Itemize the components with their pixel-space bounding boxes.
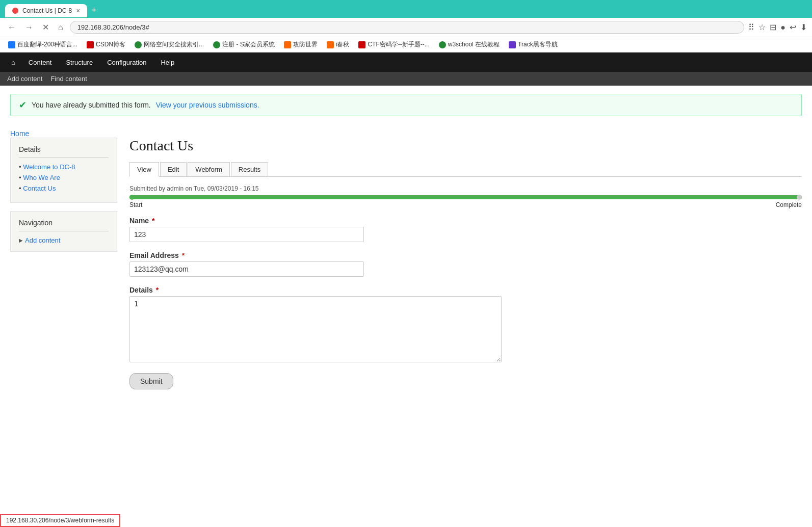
tab-favicon: [12, 8, 18, 14]
extensions-icon: ⠿: [748, 22, 754, 32]
bookmark-w3school[interactable]: w3school 在线教程: [436, 39, 503, 50]
sidebar-navigation-title: Navigation: [19, 219, 109, 231]
web-icon: [135, 41, 142, 48]
sidebar-navigation-block: Navigation Add content: [10, 211, 117, 252]
progress-start-label: Start: [129, 201, 142, 208]
progress-complete-label: Complete: [776, 201, 802, 208]
admin-help-button[interactable]: Help: [153, 55, 181, 70]
browser-icons: ⠿ ☆ ⊟ ● ↩ ⬇: [748, 22, 807, 32]
ichunqiu-icon: [327, 41, 334, 48]
breadcrumb-home[interactable]: Home: [10, 129, 29, 138]
bookmark-wlkj[interactable]: 网络空间安全搜索引...: [132, 39, 207, 50]
sidebar-who-we-are-link[interactable]: Who We Are: [19, 174, 109, 181]
forward-button[interactable]: →: [22, 22, 36, 33]
find-content-link[interactable]: Find content: [50, 75, 87, 83]
new-tab-button[interactable]: +: [87, 3, 101, 18]
progress-bar-fill: [129, 195, 802, 199]
tab-webform[interactable]: Webform: [188, 162, 230, 176]
bookmark-ctf[interactable]: CTF密码学--新手题--...: [355, 39, 432, 50]
page-title: Contact Us: [129, 138, 802, 154]
browser-tab[interactable]: Contact Us | DC-8 ×: [5, 4, 87, 17]
browser-chrome: Contact Us | DC-8 × +: [0, 0, 812, 18]
tab-close-button[interactable]: ×: [76, 7, 80, 15]
sidebar-contact-us-link[interactable]: Contact Us: [19, 185, 109, 192]
csdn-icon: [87, 41, 94, 48]
admin-configuration-button[interactable]: Configuration: [100, 55, 153, 70]
bookmark-baidu[interactable]: 百度翻译-200种语言...: [5, 39, 81, 50]
progress-dot-end: [797, 195, 802, 200]
attack-icon: [284, 41, 291, 48]
tab-view[interactable]: View: [129, 162, 159, 177]
globe-icon: [213, 41, 220, 48]
email-label: Email Address *: [129, 251, 802, 259]
tab-edit[interactable]: Edit: [160, 162, 187, 176]
email-required-star: *: [180, 251, 185, 259]
sidebar-icon: ⊟: [770, 22, 776, 32]
bookmarks-bar: 百度翻译-200种语言... CSDN博客 网络空间安全搜索引... 注册 - …: [0, 37, 812, 52]
details-textarea[interactable]: 1: [129, 296, 502, 362]
main-layout: Details Welcome to DC-8 Who We Are Conta…: [10, 138, 802, 389]
name-input[interactable]: [129, 227, 364, 242]
name-label: Name *: [129, 217, 802, 225]
details-field-group: Details * 1: [129, 286, 802, 364]
success-banner: ✔ You have already submitted this form. …: [10, 94, 802, 116]
name-required-star: *: [150, 217, 154, 225]
progress-labels: Start Complete: [129, 201, 802, 208]
sidebar-welcome-link[interactable]: Welcome to DC-8: [19, 163, 109, 171]
add-content-link[interactable]: Add content: [7, 75, 42, 83]
email-field-group: Email Address *: [129, 251, 802, 277]
name-field-group: Name *: [129, 217, 802, 242]
submit-button[interactable]: Submit: [129, 373, 173, 389]
tab-results[interactable]: Results: [231, 162, 268, 176]
submission-info: Submitted by admin on Tue, 09/03/2019 - …: [129, 185, 802, 192]
drupal-secondary-bar: Add content Find content: [0, 72, 812, 86]
bookmark-track[interactable]: Track黑客导航: [506, 39, 561, 50]
sidebar: Details Welcome to DC-8 Who We Are Conta…: [10, 138, 117, 389]
drupal-admin-bar: ⌂ Content Structure Configuration Help: [0, 52, 812, 72]
home-button[interactable]: ⌂: [56, 22, 66, 33]
tab-bar: Contact Us | DC-8 × +: [5, 3, 807, 18]
w3school-icon: [439, 41, 446, 48]
view-submissions-link[interactable]: View your previous submissions.: [156, 101, 259, 109]
track-icon: [509, 41, 516, 48]
progress-dot-start: [129, 195, 135, 200]
admin-content-button[interactable]: Content: [21, 55, 59, 70]
page-content: Home Details Welcome to DC-8 Who We Are …: [0, 124, 812, 405]
undo-icon: ↩: [790, 22, 796, 32]
tabs: View Edit Webform Results: [129, 162, 802, 177]
profile-icon: ●: [780, 23, 785, 32]
main-area: Contact Us View Edit Webform Results Sub…: [129, 138, 802, 389]
back-button[interactable]: ←: [5, 22, 18, 33]
bookmark-ichunqiu[interactable]: i春秋: [324, 39, 353, 50]
bookmark-register[interactable]: 注册 - S家会员系统: [210, 39, 278, 50]
address-bar: ← → ✕ ⌂ ⠿ ☆ ⊟ ● ↩ ⬇: [0, 18, 812, 37]
admin-structure-button[interactable]: Structure: [59, 55, 100, 70]
sidebar-details-title: Details: [19, 145, 109, 158]
details-label: Details *: [129, 286, 802, 294]
email-input[interactable]: [129, 261, 364, 277]
download-icon: ⬇: [800, 22, 807, 32]
address-input[interactable]: [70, 21, 745, 34]
sidebar-add-content-link[interactable]: Add content: [19, 236, 109, 244]
bookmark-attack[interactable]: 攻防世界: [281, 39, 321, 50]
bookmark-csdn[interactable]: CSDN博客: [84, 39, 128, 50]
reload-button[interactable]: ✕: [40, 21, 51, 33]
success-text: You have already submitted this form.: [32, 101, 151, 109]
progress-bar-track: [129, 195, 802, 199]
bookmark-icon[interactable]: ☆: [758, 22, 766, 32]
success-icon: ✔: [19, 99, 27, 111]
ctf-icon: [358, 41, 365, 48]
sidebar-details-block: Details Welcome to DC-8 Who We Are Conta…: [10, 138, 117, 203]
admin-home-button[interactable]: ⌂: [5, 55, 21, 70]
tab-title: Contact Us | DC-8: [22, 7, 72, 14]
details-required-star: *: [154, 286, 159, 294]
progress-bar: Start Complete: [129, 195, 802, 208]
baidu-icon: [8, 41, 15, 48]
